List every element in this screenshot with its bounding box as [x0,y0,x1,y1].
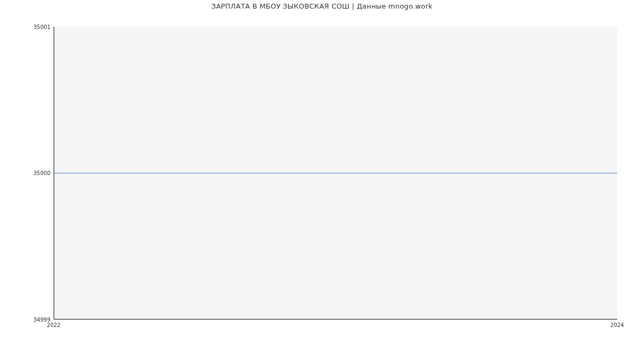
plot-area [54,27,617,319]
series-line [54,173,617,173]
y-tick-35001: 35001 [33,24,50,30]
salary-line-chart: ЗАРПЛАТА В МБОУ ЗЫКОВСКАЯ СОШ | Данные m… [0,0,644,349]
chart-title: ЗАРПЛАТА В МБОУ ЗЫКОВСКАЯ СОШ | Данные m… [0,2,644,10]
x-tick-2022: 2022 [47,322,60,328]
y-tick-34999: 34999 [33,317,50,323]
y-tick-35000: 35000 [33,170,50,176]
x-tick-2024: 2024 [610,322,624,328]
